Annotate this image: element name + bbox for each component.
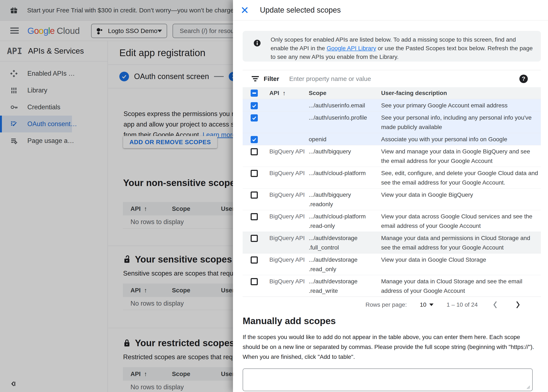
row-scope: .../auth/bigquery .readonly (306, 190, 377, 209)
row-description: View your data in Google BigQuery (377, 190, 541, 199)
row-checkbox-checked[interactable] (251, 114, 258, 121)
scope-row[interactable]: BigQuery API.../auth/cloud-platform .rea… (243, 210, 541, 232)
filter-icon (252, 76, 260, 82)
scopes-table: API↑ Scope User-facing description .../a… (243, 87, 541, 313)
filter-bar: Filter ? (243, 70, 541, 87)
filter-label: Filter (264, 75, 279, 82)
update-scopes-panel: Update selected scopes Only scopes for e… (233, 0, 548, 392)
row-checkbox-unchecked[interactable] (251, 278, 258, 285)
row-description: Manage your data in Cloud Storage and se… (377, 277, 541, 295)
scope-row[interactable]: BigQuery API.../auth/devstorage .read_on… (243, 253, 541, 275)
help-icon[interactable]: ? (519, 75, 528, 83)
row-checkbox-unchecked[interactable] (251, 148, 258, 155)
manually-add-scopes-title: Manually add scopes (243, 316, 541, 326)
scopes-table-header: API↑ Scope User-facing description (243, 87, 541, 99)
row-api: BigQuery API (267, 277, 306, 286)
resize-handle-icon[interactable] (526, 385, 531, 390)
manually-add-scopes-description: If the scopes you would like to add do n… (243, 332, 541, 362)
scope-row[interactable]: BigQuery API.../auth/devstorage .read_wr… (243, 275, 541, 297)
pagination: Rows per page: 10 1 – 10 of 24 (243, 297, 541, 313)
row-description: Associate you with your personal info on… (377, 134, 541, 144)
info-icon (253, 39, 261, 47)
row-checkbox-unchecked[interactable] (251, 170, 258, 177)
row-api: BigQuery API (267, 168, 306, 178)
row-scope: .../auth/devstorage .read_only (306, 255, 377, 274)
scope-row[interactable]: .../auth/userinfo.emailSee your primary … (243, 99, 541, 112)
row-description: Manage your data and permissions in Clou… (377, 233, 541, 252)
row-scope: .../auth/cloud-platform .read-only (306, 212, 377, 231)
row-scope: openid (306, 134, 377, 144)
row-description: View your data in Google Cloud Storage (377, 255, 541, 264)
row-checkbox-checked[interactable] (251, 102, 258, 109)
row-api: BigQuery API (267, 190, 306, 199)
google-api-library-link[interactable]: Google API Library (327, 45, 376, 51)
row-checkbox-unchecked[interactable] (251, 235, 258, 242)
scope-row[interactable]: BigQuery API.../auth/bigqueryView and ma… (243, 145, 541, 167)
select-all-checkbox[interactable] (251, 90, 258, 97)
filter-input[interactable] (289, 75, 479, 82)
row-scope: .../auth/userinfo.profile (306, 113, 377, 122)
row-scope: .../auth/userinfo.email (306, 101, 377, 110)
gcp-console-screen: Start your Free Trial with $300 in credi… (0, 0, 548, 392)
sort-ascending-icon[interactable]: ↑ (283, 90, 286, 97)
row-description: See, edit, configure, and delete your Go… (377, 168, 541, 187)
row-description: See your personal info, including any pe… (377, 113, 541, 132)
manually-add-scopes-section: Manually add scopes If the scopes you wo… (243, 316, 541, 392)
rows-per-page-select[interactable]: 10 (420, 301, 433, 308)
row-checkbox-unchecked[interactable] (251, 213, 258, 220)
info-banner: Only scopes for enabled APIs are listed … (243, 31, 541, 62)
scope-row[interactable]: openidAssociate you with your personal i… (243, 133, 541, 145)
chevron-right-icon[interactable] (515, 301, 521, 309)
row-checkbox-unchecked[interactable] (251, 191, 258, 199)
scope-row[interactable]: BigQuery API.../auth/devstorage .full_co… (243, 232, 541, 253)
row-api: BigQuery API (267, 212, 306, 221)
row-api: BigQuery API (267, 255, 306, 264)
row-api: BigQuery API (267, 233, 306, 243)
row-scope: .../auth/devstorage .read_write (306, 277, 377, 295)
manual-scopes-textarea[interactable] (243, 368, 533, 391)
row-scope: .../auth/devstorage .full_control (306, 233, 377, 252)
scope-row[interactable]: BigQuery API.../auth/cloud-platformSee, … (243, 167, 541, 189)
row-scope: .../auth/bigquery (306, 147, 377, 156)
panel-title: Update selected scopes (260, 6, 341, 14)
scopes-table-body: .../auth/userinfo.emailSee your primary … (243, 99, 541, 297)
close-icon[interactable] (241, 6, 249, 14)
row-checkbox-checked[interactable] (251, 136, 258, 143)
chevron-down-icon (429, 303, 433, 306)
row-api: BigQuery API (267, 147, 306, 156)
row-description: View your data across Google Cloud servi… (377, 212, 541, 231)
pagination-range: 1 – 10 of 24 (447, 301, 478, 308)
scope-row[interactable]: .../auth/userinfo.profileSee your person… (243, 112, 541, 133)
rows-per-page-label: Rows per page: (366, 301, 407, 308)
panel-header: Update selected scopes (233, 0, 548, 20)
chevron-left-icon[interactable] (492, 301, 498, 309)
info-text: Only scopes for enabled APIs are listed … (271, 35, 534, 61)
scope-row[interactable]: BigQuery API.../auth/bigquery .readonlyV… (243, 189, 541, 210)
row-description: See your primary Google Account email ad… (377, 101, 541, 110)
row-description: View and manage your data in Google BigQ… (377, 147, 541, 166)
row-checkbox-unchecked[interactable] (251, 256, 258, 264)
row-scope: .../auth/cloud-platform (306, 168, 377, 178)
